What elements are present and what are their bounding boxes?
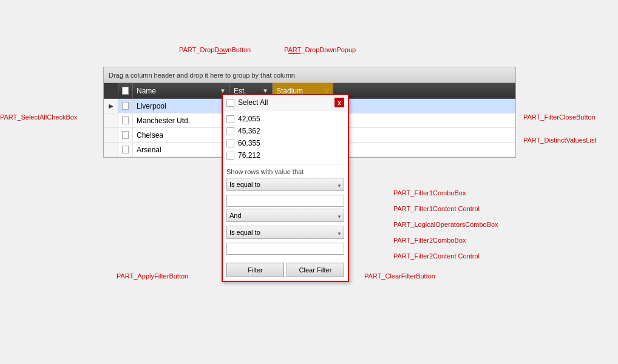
filter-close-button[interactable]: x: [334, 98, 344, 107]
annotation-clear-filter: PART_ClearFilterButton: [364, 272, 435, 280]
distinct-checkbox-4[interactable]: [226, 152, 234, 160]
filter1-content-input[interactable]: [226, 195, 344, 207]
row-checkbox-2[interactable]: [118, 113, 133, 127]
cell-name-3: Chelsea: [133, 128, 230, 142]
distinct-value-1: 42,055: [238, 115, 260, 123]
list-item: 45,362: [226, 125, 344, 137]
distinct-values-list: 42,055 45,362 60,355 76,212: [223, 110, 348, 164]
row-checkbox-4[interactable]: [118, 143, 133, 157]
name-filter-icon[interactable]: ▼: [220, 87, 226, 94]
distinct-value-3: 60,355: [238, 139, 260, 147]
annotation-filter2-combo: PART_Filter2ComboBox: [393, 237, 466, 244]
filter-conditions: Show rows with value that Is equal to Is…: [223, 164, 348, 260]
row-checkbox-1[interactable]: [118, 99, 133, 113]
distinct-checkbox-2[interactable]: [226, 127, 234, 135]
select-all-label: Select All: [238, 98, 268, 107]
distinct-checkbox-1[interactable]: [226, 115, 234, 123]
filter2-combobox-wrapper: Is equal to Is not equal to Is less than…: [226, 226, 344, 241]
logical-operators-combobox[interactable]: And Or: [226, 209, 344, 222]
annotation-logical-ops: PART_LogicalOperatorsComboBox: [393, 221, 498, 228]
row-indicator-1: ▶: [104, 99, 118, 113]
row-indicator-3: [104, 128, 118, 142]
row-indicator-2: [104, 113, 118, 127]
annotation-close-btn: PART_FilterCloseButton: [523, 113, 596, 121]
distinct-value-4: 76,212: [238, 151, 260, 160]
apply-filter-button[interactable]: Filter: [226, 263, 284, 277]
est-filter-icon[interactable]: ▼: [262, 87, 268, 94]
select-all-row: Select All: [226, 98, 268, 107]
cell-name-4: Arsenal: [133, 143, 230, 157]
distinct-value-2: 45,362: [238, 127, 260, 135]
row-indicator-4: [104, 143, 118, 157]
filter-buttons-row: Filter Clear Filter: [223, 260, 348, 281]
cell-name-2: Manchester Utd.: [133, 113, 230, 127]
annotation-filter1-content: PART_Filter1Content Control: [393, 205, 480, 212]
conditions-label: Show rows with value that: [226, 168, 344, 175]
group-header-text: Drag a column header and drop it here to…: [109, 72, 295, 79]
list-item: 42,055: [226, 113, 344, 125]
filter1-combobox[interactable]: Is equal to Is not equal to Is less than…: [226, 178, 344, 191]
logical-operators-wrapper: And Or: [226, 209, 344, 224]
col-header-name: Name ▼: [133, 83, 230, 98]
filter-dropdown-popup: Select All x 42,055 45,362 60,355 76,212…: [222, 94, 349, 282]
distinct-checkbox-3[interactable]: [226, 140, 234, 147]
filter1-combobox-wrapper: Is equal to Is not equal to Is less than…: [226, 178, 344, 193]
clear-filter-button[interactable]: Clear Filter: [287, 263, 344, 277]
col-header-indicator: [104, 83, 118, 98]
annotation-distinct-list: PART_DistinctValuesList: [523, 136, 596, 144]
stadium-filter-icon[interactable]: ▽: [324, 87, 329, 94]
filter2-content-input[interactable]: [226, 243, 344, 255]
col-header-checkbox: [118, 83, 133, 98]
header-checkbox[interactable]: [122, 87, 129, 95]
group-header: Drag a column header and drop it here to…: [104, 67, 515, 83]
annotation-filter1-combo: PART_Filter1ComboBox: [393, 189, 466, 197]
annotation-apply-filter: PART_ApplyFilterButton: [117, 272, 188, 280]
annotation-filter2-content: PART_Filter2Content Control: [393, 252, 480, 260]
list-item: 76,212: [226, 149, 344, 161]
annotation-dropdown-button: PART_DropDownButton: [179, 46, 251, 53]
select-all-checkbox[interactable]: [226, 99, 234, 107]
annotation-dropdown-popup: PART_DropDownPopup: [284, 46, 356, 53]
annotation-select-all: PART_SelectAllCheckBox: [0, 113, 77, 121]
filter2-combobox[interactable]: Is equal to Is not equal to Is less than…: [226, 226, 344, 239]
row-checkbox-3[interactable]: [118, 128, 133, 142]
col-name-label: Name: [137, 87, 156, 95]
list-item: 60,355: [226, 137, 344, 149]
cell-name-1: Liverpool: [133, 99, 230, 113]
popup-title-row: Select All x: [223, 95, 348, 110]
